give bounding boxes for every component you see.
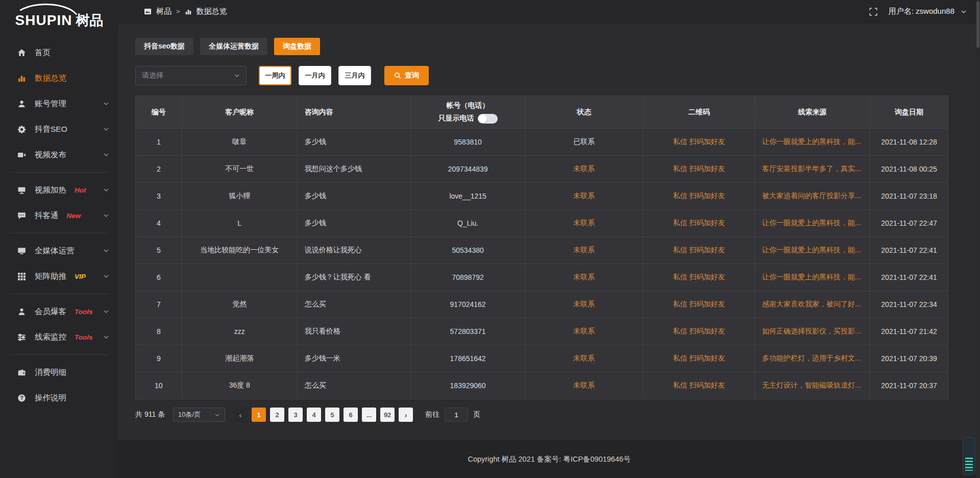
cell-source[interactable]: 多功能护栏灯，适用于乡村文... bbox=[755, 345, 870, 372]
page-button-5[interactable]: 5 bbox=[325, 408, 339, 422]
prev-page-button[interactable]: ‹ bbox=[233, 408, 248, 422]
cell-nick: L bbox=[182, 210, 297, 237]
goto-page: 前往 页 bbox=[425, 408, 480, 422]
table-row: 4L多少钱Q_Liu.未联系私信 扫码加好友让你一眼就爱上的黑科技，能...20… bbox=[136, 210, 948, 237]
sidebar-item[interactable]: 线索监控Tools bbox=[0, 324, 118, 350]
fullscreen-icon[interactable] bbox=[869, 8, 877, 16]
next-page-button[interactable]: › bbox=[399, 408, 413, 422]
cell-qr[interactable]: 私信 扫码加好友 bbox=[643, 345, 754, 372]
topbar: 树品 > 数据总览 用户名: zswodun88 bbox=[118, 0, 980, 23]
tab-2[interactable]: 询盘数据 bbox=[274, 38, 320, 55]
chevron-down-icon bbox=[103, 152, 109, 158]
floating-widget[interactable] bbox=[963, 437, 975, 475]
cell-qr[interactable]: 私信 扫码加好友 bbox=[643, 129, 754, 156]
page-button-92[interactable]: 92 bbox=[380, 408, 395, 422]
page-button-2[interactable]: 2 bbox=[270, 408, 284, 422]
cell-source[interactable]: 感谢大家喜欢我家，被问了好... bbox=[755, 291, 870, 318]
breadcrumb-current: 数据总览 bbox=[197, 7, 227, 16]
sidebar-item[interactable]: 视频发布 bbox=[0, 142, 118, 168]
sidebar-item[interactable]: 抖客通New bbox=[0, 203, 118, 228]
cell-date: 2021-11-07 21:42 bbox=[870, 318, 948, 345]
username-label[interactable]: 用户名: zswodun88 bbox=[889, 7, 954, 16]
query-button[interactable]: 查询 bbox=[384, 66, 429, 85]
column-label: 帐号（电话） bbox=[418, 101, 519, 110]
tab-1[interactable]: 全媒体运营数据 bbox=[200, 38, 267, 55]
page-button-4[interactable]: 4 bbox=[307, 408, 321, 422]
column-header-account: 帐号（电话）只显示电话 bbox=[411, 96, 525, 129]
cell-qr[interactable]: 私信 扫码加好友 bbox=[643, 372, 754, 399]
cell-source[interactable]: 如何正确选择投影仪，买投影... bbox=[755, 318, 870, 345]
table-row: 9潮起潮落多少钱一米178651642未联系私信 扫码加好友多功能护栏灯，适用于… bbox=[136, 345, 948, 372]
range-button-0[interactable]: 一周内 bbox=[259, 66, 291, 85]
sidebar-item[interactable]: 首页 bbox=[0, 40, 118, 65]
page-size-select[interactable]: 10条/页 bbox=[173, 408, 225, 422]
page-ellipsis[interactable]: ... bbox=[362, 408, 376, 422]
cell-nick: 36度 8 bbox=[182, 372, 297, 399]
chevron-down-icon bbox=[103, 212, 109, 219]
cell-source[interactable]: 让你一眼就爱上的黑科技，能... bbox=[755, 129, 870, 156]
cell-source[interactable]: 无主灯设计，智能磁吸轨道灯... bbox=[755, 372, 870, 399]
cell-qr[interactable]: 私信 扫码加好友 bbox=[643, 210, 754, 237]
table-row: 5当地比较能吃的一位美女说说价格让我死心50534380未联系私信 扫码加好友让… bbox=[136, 237, 948, 264]
cell-qr[interactable]: 私信 扫码加好友 bbox=[643, 237, 754, 264]
cell-source[interactable]: 让你一眼就爱上的黑科技，能... bbox=[755, 237, 870, 264]
scrollbar-track[interactable] bbox=[976, 0, 980, 478]
sidebar-item-label: 会员爆客 bbox=[35, 306, 66, 317]
cell-source[interactable]: 客厅安装投影半年多了，真实... bbox=[755, 156, 870, 183]
filter-select[interactable]: 请选择 bbox=[135, 66, 247, 85]
column-header-content: 咨询内容 bbox=[297, 96, 411, 129]
sidebar-item[interactable]: 账号管理 bbox=[0, 91, 118, 116]
sidebar-item[interactable]: 矩阵助推VIP bbox=[0, 264, 118, 289]
sidebar-item[interactable]: 视频加热Hot bbox=[0, 177, 118, 203]
sidebar-item-badge: Tools bbox=[75, 333, 93, 341]
sidebar-item[interactable]: 全媒体运营 bbox=[0, 238, 118, 264]
sidebar-item[interactable]: 会员爆客Tools bbox=[0, 299, 118, 324]
cell-source[interactable]: 被大家追着问的客厅投影分享... bbox=[755, 183, 870, 210]
range-button-2[interactable]: 三月内 bbox=[338, 66, 371, 85]
phone-only-toggle[interactable] bbox=[478, 114, 498, 124]
tab-0[interactable]: 抖音seo数据 bbox=[135, 38, 193, 55]
table-row: 8zzz我只看价格572803371未联系私信 扫码加好友如何正确选择投影仪，买… bbox=[136, 318, 948, 345]
total-count-label: 共 911 条 bbox=[135, 410, 165, 419]
cell-status: 未联系 bbox=[525, 183, 643, 210]
chevron-down-icon[interactable] bbox=[961, 9, 967, 15]
toggle-label: 只显示电话 bbox=[438, 114, 474, 123]
cell-no: 7 bbox=[136, 291, 182, 318]
svg-text:?: ? bbox=[20, 395, 23, 400]
cell-source[interactable]: 让你一眼就爱上的黑科技，能... bbox=[755, 264, 870, 291]
scrollbar-thumb[interactable] bbox=[976, 1, 979, 48]
date-range-group: 一周内一月内三月内 bbox=[259, 66, 371, 85]
sidebar-item[interactable]: 抖音SEO bbox=[0, 116, 118, 142]
page-button-3[interactable]: 3 bbox=[288, 408, 303, 422]
column-label: 询盘日期 bbox=[895, 108, 923, 116]
cell-qr[interactable]: 私信 扫码加好友 bbox=[643, 291, 754, 318]
video-icon bbox=[17, 151, 27, 159]
cell-status: 未联系 bbox=[525, 291, 643, 318]
cell-status: 已联系 bbox=[525, 129, 643, 156]
sidebar-item[interactable]: 消费明细 bbox=[0, 360, 118, 385]
table-row: 7觉然怎么买917024162未联系私信 扫码加好友感谢大家喜欢我家，被问了好.… bbox=[136, 291, 948, 318]
footer: Copyright 树品 2021 备案号: 粤ICP备09019646号 bbox=[118, 440, 980, 478]
data-tabs: 抖音seo数据全媒体运营数据询盘数据 bbox=[135, 38, 948, 55]
sidebar-item-badge: Hot bbox=[75, 186, 86, 194]
cell-source[interactable]: 让你一眼就爱上的黑科技，能... bbox=[755, 210, 870, 237]
breadcrumb-root[interactable]: 树品 bbox=[156, 7, 172, 16]
sidebar-item[interactable]: 数据总览 bbox=[0, 65, 118, 91]
sidebar-item-label: 全媒体运营 bbox=[35, 246, 75, 256]
logo-arc bbox=[13, 4, 79, 19]
grid-icon bbox=[17, 272, 27, 281]
column-header-date: 询盘日期 bbox=[870, 96, 948, 129]
chevron-down-icon bbox=[103, 334, 109, 340]
cell-qr[interactable]: 私信 扫码加好友 bbox=[643, 156, 754, 183]
cell-nick: 当地比较能吃的一位美女 bbox=[182, 237, 297, 264]
cell-qr[interactable]: 私信 扫码加好友 bbox=[643, 183, 754, 210]
goto-page-input[interactable] bbox=[445, 408, 468, 422]
cell-no: 4 bbox=[136, 210, 182, 237]
sidebar-item[interactable]: ?操作说明 bbox=[0, 385, 118, 411]
cell-content: 怎么买 bbox=[297, 372, 411, 399]
range-button-1[interactable]: 一月内 bbox=[299, 66, 331, 85]
cell-qr[interactable]: 私信 扫码加好友 bbox=[643, 264, 754, 291]
page-button-6[interactable]: 6 bbox=[344, 408, 358, 422]
cell-qr[interactable]: 私信 扫码加好友 bbox=[643, 318, 754, 345]
page-button-1[interactable]: 1 bbox=[252, 408, 266, 422]
